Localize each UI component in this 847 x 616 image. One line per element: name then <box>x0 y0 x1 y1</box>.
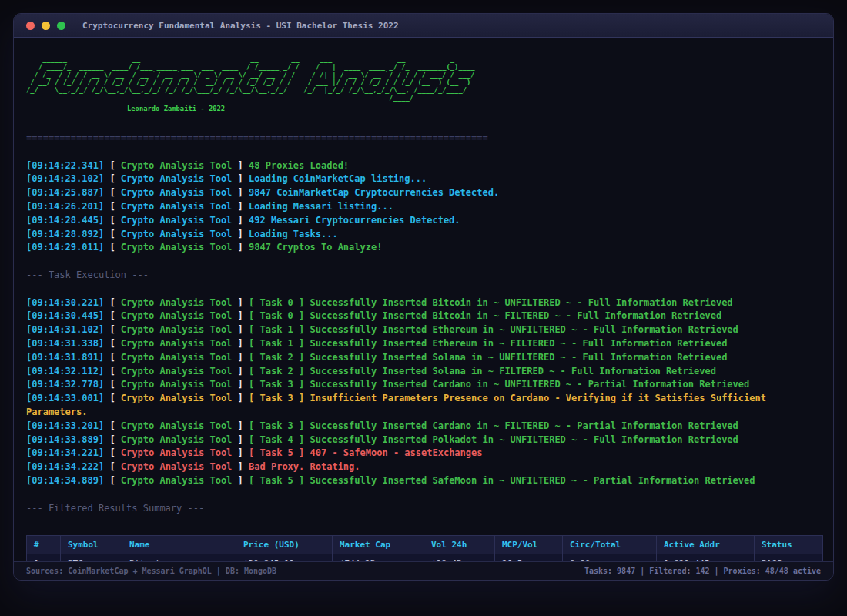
log-bracket: [ <box>104 475 121 486</box>
log-tool-name: Crypto Analysis Tool <box>121 242 233 253</box>
cell-circ-total: 0.90 <box>563 554 657 561</box>
log-tool-name: Crypto Analysis Tool <box>121 297 233 308</box>
close-button-icon[interactable] <box>26 22 35 30</box>
log-bracket: [ <box>104 379 121 390</box>
log-bracket: [ <box>104 229 121 239</box>
log-bracket: ] <box>232 461 249 472</box>
summary-section-title: --- Filtered Results Summary --- <box>26 502 821 516</box>
status-bar-right: Tasks: 9847 | Filtered: 142 | Proxies: 4… <box>584 567 821 575</box>
title-bar: Cryptocurrency Fundamental Analysis - US… <box>14 14 833 38</box>
log-timestamp: [09:14:29.011] <box>26 242 104 253</box>
log-message: 9847 CoinMarketCap Cryptocurrencies Dete… <box>249 187 499 198</box>
log-task-tag: [ Task 5 ] <box>249 475 310 486</box>
cell-vol-24h: $28.4B <box>424 554 495 561</box>
log-bracket: [ <box>104 324 121 335</box>
section-title-text: --- Task Execution --- <box>26 270 149 280</box>
table-header-row: #SymbolNamePrice (USD)Market CapVol 24hM… <box>27 536 823 554</box>
log-line: [09:14:32.778] [ Crypto Analysis Tool ] … <box>26 378 821 392</box>
log-line: [09:14:33.201] [ Crypto Analysis Tool ] … <box>26 420 821 434</box>
log-line: [09:14:32.112] [ Crypto Analysis Tool ] … <box>26 365 821 379</box>
log-timestamp: [09:14:34.889] <box>26 475 104 486</box>
log-line: [09:14:34.889] [ Crypto Analysis Tool ] … <box>26 474 821 488</box>
log-bracket: ] <box>232 338 249 349</box>
column-header-circ-total: Circ/Total <box>563 536 657 554</box>
log-tool-name: Crypto Analysis Tool <box>121 160 233 171</box>
log-line: [09:14:31.338] [ Crypto Analysis Tool ] … <box>26 337 821 351</box>
log-message: Successfully Inserted Cardano in ~ FILTE… <box>310 420 738 431</box>
log-tool-name: Crypto Analysis Tool <box>121 215 233 226</box>
cell-name: Bitcoin <box>122 554 236 561</box>
log-bracket: ] <box>232 379 249 390</box>
log-tool-name: Crypto Analysis Tool <box>121 447 233 458</box>
separator-text: ========================================… <box>26 132 488 143</box>
status-bar-left: Sources: CoinMarketCap + Messari GraphQL… <box>26 567 276 575</box>
log-task-tag: [ Task 3 ] <box>249 420 310 431</box>
log-bracket: [ <box>104 310 121 321</box>
log-task-tag: [ Task 4 ] <box>249 434 310 445</box>
log-bracket: [ <box>104 173 121 184</box>
banner-subtitle: Leonardo Zambaiti - 2022 <box>127 105 821 112</box>
traffic-lights <box>26 22 65 30</box>
log-line: [09:14:30.221] [ Crypto Analysis Tool ] … <box>26 296 821 310</box>
log-timestamp: [09:14:28.892] <box>26 229 104 239</box>
log-tool-name: Crypto Analysis Tool <box>121 229 233 239</box>
blank-line <box>26 488 821 502</box>
log-tool-name: Crypto Analysis Tool <box>121 352 233 363</box>
log-bracket: [ <box>104 160 121 171</box>
log-line: [09:14:28.892] [ Crypto Analysis Tool ] … <box>26 228 821 242</box>
maximize-button-icon[interactable] <box>57 22 65 30</box>
log-tool-name: Crypto Analysis Tool <box>121 366 233 377</box>
log-tool-name: Crypto Analysis Tool <box>121 434 233 445</box>
log-tool-name: Crypto Analysis Tool <box>121 393 233 403</box>
log-bracket: ] <box>232 420 249 431</box>
log-message: 48 Proxies Loaded! <box>249 160 349 171</box>
log-bracket: ] <box>232 187 249 198</box>
column-header-active-addr: Active Addr <box>657 536 755 554</box>
log-bracket: ] <box>232 173 249 184</box>
log-line: [09:14:31.891] [ Crypto Analysis Tool ] … <box>26 351 821 365</box>
column-header-vol-24h: Vol 24h <box>424 536 495 554</box>
log-task-tag: [ Task 3 ] <box>249 379 310 390</box>
table-row: 1BTCBitcoin$39,845.12$744.2B$28.4B26.50.… <box>27 554 823 561</box>
log-task-tag: [ Task 5 ] <box>249 447 310 458</box>
log-message: 9847 Cryptos To Analyze! <box>249 242 382 253</box>
minimize-button-icon[interactable] <box>42 22 50 30</box>
log-tool-name: Crypto Analysis Tool <box>121 338 233 349</box>
log-timestamp: [09:14:32.778] <box>26 379 104 390</box>
log-line: [09:14:30.445] [ Crypto Analysis Tool ] … <box>26 310 821 323</box>
log-message: Successfully Inserted Ethereum in ~ FILT… <box>310 338 728 349</box>
log-message: Bad Proxy. Rotating. <box>249 461 360 472</box>
log-timestamp: [09:14:28.445] <box>26 215 104 226</box>
blank-line <box>26 255 821 269</box>
log-bracket: [ <box>104 338 121 349</box>
log-line: [09:14:34.221] [ Crypto Analysis Tool ] … <box>26 447 821 460</box>
log-tool-name: Crypto Analysis Tool <box>121 310 233 321</box>
log-line: [09:14:25.887] [ Crypto Analysis Tool ] … <box>26 186 821 200</box>
log-line: Parameters. <box>26 406 821 420</box>
terminal-content[interactable]: ______ __ __ __ ___ __ _ / ____/_ ______… <box>14 38 833 561</box>
log-bracket: [ <box>104 461 121 472</box>
terminal-window: Cryptocurrency Fundamental Analysis - US… <box>13 13 834 581</box>
cell-status: PASS <box>755 554 823 561</box>
column-header-price-usd-: Price (USD) <box>236 536 333 554</box>
log-timestamp: [09:14:33.889] <box>26 434 104 445</box>
log-timestamp: [09:14:26.201] <box>26 201 104 212</box>
ascii-banner: ______ __ __ __ ___ __ _ / ____/_ ______… <box>26 55 821 102</box>
log-bracket: [ <box>104 242 121 253</box>
log-bracket: ] <box>232 242 249 253</box>
log-bracket: [ <box>104 366 121 377</box>
log-output: ========================================… <box>26 132 821 515</box>
column-header--: # <box>27 536 61 554</box>
log-line: [09:14:28.445] [ Crypto Analysis Tool ] … <box>26 214 821 228</box>
log-message: Successfully Inserted Polkadot in ~ UNFI… <box>310 434 738 445</box>
log-message: 492 Messari Cryptocurrencies Detected. <box>249 215 460 226</box>
log-message: Successfully Inserted Cardano in ~ UNFIL… <box>310 379 750 390</box>
column-header-mcp-vol: MCP/Vol <box>495 536 563 554</box>
log-bracket: [ <box>104 420 121 431</box>
log-tool-name: Crypto Analysis Tool <box>121 173 233 184</box>
cell-price-usd-: $39,845.12 <box>236 554 333 561</box>
log-line: [09:14:34.222] [ Crypto Analysis Tool ] … <box>26 460 821 474</box>
log-line: [09:14:26.201] [ Crypto Analysis Tool ] … <box>26 200 821 214</box>
results-table: #SymbolNamePrice (USD)Market CapVol 24hM… <box>26 535 823 561</box>
log-timestamp: [09:14:25.887] <box>26 187 104 198</box>
